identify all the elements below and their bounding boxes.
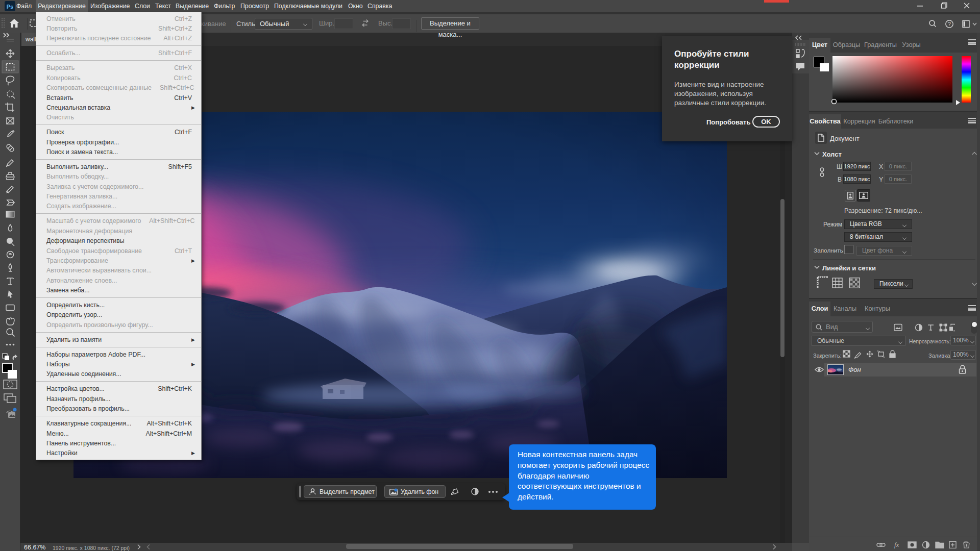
svg-text:?: ? bbox=[948, 21, 951, 27]
svg-text:Ps: Ps bbox=[7, 4, 13, 10]
svg-text:fx: fx bbox=[894, 541, 899, 548]
